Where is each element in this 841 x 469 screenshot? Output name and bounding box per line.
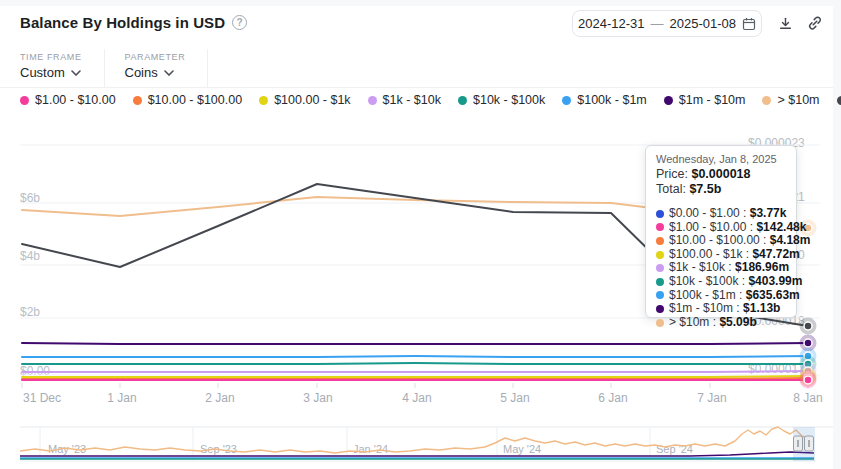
- tooltip-rows: $0.00 - $1.00 : $3.77k$1.00 - $10.00 : $…: [656, 207, 786, 329]
- tooltip-total-value: $7.5b: [689, 182, 721, 196]
- tooltip-dot: [656, 291, 664, 299]
- tooltip-date: Wednesday, Jan 8, 2025: [656, 153, 786, 165]
- tooltip-row: $10.00 - $100.00 : $4.18m: [656, 234, 786, 248]
- tooltip-row: > $10m : $5.09b: [656, 316, 786, 330]
- balance-by-holdings-widget: Balance By Holdings in USD ? 2024-12-31 …: [0, 0, 841, 469]
- tooltip-dot: [656, 251, 664, 259]
- tooltip-row: $1k - $10k : $186.96m: [656, 261, 786, 275]
- tooltip-price-value: $0.000018: [691, 167, 750, 181]
- tooltip-dot: [656, 223, 664, 231]
- tooltip-row: $100k - $1m : $635.63m: [656, 289, 786, 303]
- tooltip-row: $1.00 - $10.00 : $142.48k: [656, 221, 786, 235]
- tooltip-dot: [656, 237, 664, 245]
- tooltip-dot: [656, 264, 664, 272]
- tooltip-row: $100.00 - $1k : $47.72m: [656, 248, 786, 262]
- tooltip-row: $1m - $10m : $1.13b: [656, 302, 786, 316]
- tooltip-row: $0.00 - $1.00 : $3.77k: [656, 207, 786, 221]
- tooltip-row: $10k - $100k : $403.99m: [656, 275, 786, 289]
- tooltip-dot: [656, 278, 664, 286]
- tooltip-dot: [656, 305, 664, 313]
- tooltip-dot: [656, 210, 664, 218]
- tooltip-dot: [656, 319, 664, 327]
- chart-tooltip: Wednesday, Jan 8, 2025 Price: $0.000018 …: [645, 145, 797, 318]
